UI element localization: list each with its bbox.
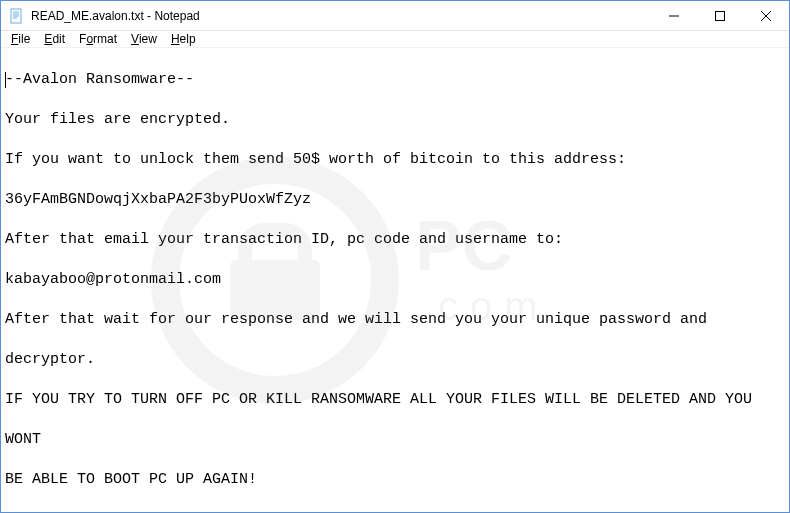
menubar: File Edit Format View Help bbox=[1, 31, 789, 48]
notepad-window: READ_ME.avalon.txt - Notepad File Edit F… bbox=[0, 0, 790, 513]
text-line: IF YOU TRY TO TURN OFF PC OR KILL RANSOM… bbox=[5, 390, 785, 410]
menu-edit[interactable]: Edit bbox=[38, 31, 71, 47]
maximize-button[interactable] bbox=[697, 1, 743, 31]
text-line: --Avalon Ransomware-- bbox=[5, 70, 785, 90]
menu-view-label: iew bbox=[139, 32, 157, 46]
text-line: kabayaboo@protonmail.com bbox=[5, 270, 785, 290]
menu-help-label: elp bbox=[180, 32, 196, 46]
text-line: Encrypted files: bbox=[5, 510, 785, 512]
text-line: After that wait for our response and we … bbox=[5, 310, 785, 330]
titlebar[interactable]: READ_ME.avalon.txt - Notepad bbox=[1, 1, 789, 31]
close-button[interactable] bbox=[743, 1, 789, 31]
text-line: If you want to unlock them send 50$ wort… bbox=[5, 150, 785, 170]
text-editor[interactable]: --Avalon Ransomware-- Your files are enc… bbox=[1, 48, 789, 512]
menu-edit-label: dit bbox=[52, 32, 65, 46]
menu-format-label: rmat bbox=[93, 32, 117, 46]
menu-file-label: ile bbox=[18, 32, 30, 46]
menu-file[interactable]: File bbox=[5, 31, 36, 47]
text-line: 36yFAmBGNDowqjXxbaPA2F3byPUoxWfZyz bbox=[5, 190, 785, 210]
minimize-button[interactable] bbox=[651, 1, 697, 31]
text-line: decryptor. bbox=[5, 350, 785, 370]
menu-view[interactable]: View bbox=[125, 31, 163, 47]
menu-help[interactable]: Help bbox=[165, 31, 202, 47]
text-line: Your files are encrypted. bbox=[5, 110, 785, 130]
text-line: BE ABLE TO BOOT PC UP AGAIN! bbox=[5, 470, 785, 490]
text-line: WONT bbox=[5, 430, 785, 450]
menu-format[interactable]: Format bbox=[73, 31, 123, 47]
window-title: READ_ME.avalon.txt - Notepad bbox=[31, 9, 200, 23]
text-line: After that email your transaction ID, pc… bbox=[5, 230, 785, 250]
window-controls bbox=[651, 1, 789, 30]
svg-rect-6 bbox=[716, 12, 725, 21]
notepad-icon bbox=[9, 8, 25, 24]
